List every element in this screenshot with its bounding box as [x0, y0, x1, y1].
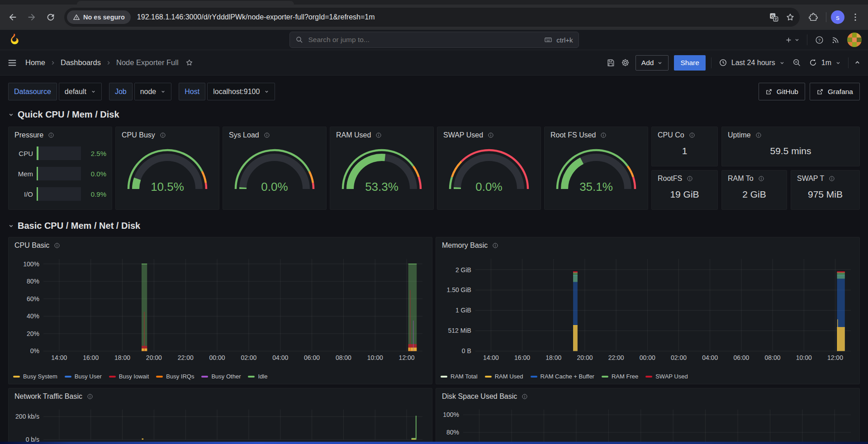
legend-item[interactable]: Busy Other: [201, 373, 241, 380]
news-rss-icon[interactable]: [831, 36, 840, 44]
legend-swatch: [109, 376, 116, 378]
search-input[interactable]: [308, 35, 540, 44]
legend-item[interactable]: RAM Cache + Buffer: [531, 373, 594, 380]
info-icon[interactable]: [755, 132, 762, 139]
browser-menu-button[interactable]: [847, 9, 863, 25]
panel-rootfs-total[interactable]: RootFS 19 GiB: [651, 170, 718, 210]
legend-label: RAM Free: [612, 373, 638, 380]
info-icon[interactable]: [487, 132, 494, 139]
panel-memory-basic[interactable]: 14:0016:0018:0020:0022:0000:0002:0004:00…: [436, 237, 860, 384]
section-quick-cpu-mem-disk[interactable]: Quick CPU / Mem / Disk: [8, 109, 860, 120]
legend-item[interactable]: RAM Free: [602, 373, 638, 380]
help-icon[interactable]: ?: [815, 35, 824, 45]
panel-sys-load[interactable]: Sys Load 0.0%: [223, 127, 327, 210]
legend-label: Busy Iowait: [119, 373, 149, 380]
legend-item[interactable]: Busy System: [13, 373, 57, 380]
info-icon[interactable]: [686, 175, 693, 182]
panel-network-traffic-basic[interactable]: 200 kb/s0 b/s Network Traffic Basic: [8, 388, 432, 444]
svg-text:?: ?: [818, 38, 821, 43]
save-icon[interactable]: [606, 58, 615, 67]
url-bar[interactable]: No es seguro 192.168.1.146:3000/d/rYdddl…: [64, 8, 800, 27]
panel-swap-used[interactable]: SWAP Used 0.0%: [437, 127, 541, 210]
svg-text:00:00: 00:00: [640, 354, 655, 361]
network-traffic-basic-chart: 200 kb/s0 b/s: [9, 388, 432, 444]
panel-pressure[interactable]: Pressure CPU 2.5% Mem 0.0% I/O 0.9%: [8, 127, 112, 210]
legend-item[interactable]: Busy IRQs: [156, 373, 194, 380]
pressure-row-io: I/O 0.9%: [11, 187, 106, 201]
legend-item[interactable]: Busy Iowait: [109, 373, 149, 380]
time-range-picker[interactable]: Last 24 hours: [717, 58, 787, 67]
panel-ram-used[interactable]: RAM Used 53.3%: [330, 127, 434, 210]
variable-value-dropdown[interactable]: localhost:9100: [207, 83, 275, 100]
new-button[interactable]: [785, 36, 800, 44]
svg-text:02:00: 02:00: [241, 354, 256, 361]
info-icon[interactable]: [263, 132, 270, 139]
stat-value: 975 MiB: [791, 183, 859, 209]
share-button[interactable]: Share: [674, 55, 705, 71]
panel-swap-total[interactable]: SWAP T 975 MiB: [791, 170, 860, 210]
info-icon[interactable]: [600, 132, 607, 139]
svg-text:0%: 0%: [30, 347, 39, 354]
pressure-bar: [37, 187, 81, 201]
info-icon[interactable]: [47, 132, 55, 139]
forward-button[interactable]: [24, 9, 40, 25]
mega-menu-icon[interactable]: [7, 58, 17, 68]
legend-label: RAM Total: [451, 373, 478, 380]
breadcrumb-home[interactable]: Home: [25, 58, 45, 67]
legend-item[interactable]: RAM Used: [485, 373, 523, 380]
refresh-picker[interactable]: 1m: [807, 58, 843, 67]
panel-root-fs-used[interactable]: Root FS Used 35.1%: [544, 127, 648, 210]
grafana-link-button[interactable]: Grafana: [810, 83, 860, 100]
security-chip[interactable]: No es seguro: [67, 10, 131, 24]
collapse-chevron-up-icon[interactable]: [854, 59, 861, 66]
panel-cpu-cores[interactable]: CPU Co 1: [651, 127, 718, 166]
svg-text:2 GiB: 2 GiB: [455, 266, 471, 274]
info-icon[interactable]: [159, 132, 166, 139]
zoom-out-icon[interactable]: [792, 58, 802, 67]
add-label: Add: [641, 59, 654, 67]
panel-disk-space-used-basic[interactable]: 100%80% Disk Space Used Basic: [436, 388, 860, 444]
svg-text:12:00: 12:00: [399, 354, 415, 361]
search-box[interactable]: ctrl+k: [289, 32, 579, 48]
section-basic-cpu-mem-net-disk[interactable]: Basic CPU / Mem / Net / Disk: [8, 220, 860, 231]
info-icon[interactable]: [375, 132, 382, 139]
panel-cpu-busy[interactable]: CPU Busy 10.5%: [115, 127, 219, 210]
back-button[interactable]: [5, 9, 21, 25]
section-title: Quick CPU / Mem / Disk: [18, 109, 119, 120]
forward-icon: [27, 12, 37, 22]
legend-item[interactable]: Busy User: [65, 373, 102, 380]
settings-gear-icon[interactable]: [621, 58, 630, 67]
panel-ram-total[interactable]: RAM To 2 GiB: [721, 170, 787, 210]
user-avatar[interactable]: [847, 33, 862, 47]
browser-profile-avatar[interactable]: s: [831, 10, 844, 24]
info-icon[interactable]: [828, 175, 835, 182]
breadcrumb-dashboards[interactable]: Dashboards: [61, 58, 101, 67]
pressure-value: 0.9%: [85, 190, 106, 198]
bookmark-star-icon[interactable]: [785, 12, 795, 22]
grafana-logo[interactable]: [8, 33, 21, 47]
active-tab[interactable]: [77, 1, 294, 5]
basic-row-2: 200 kb/s0 b/s Network Traffic Basic 100%…: [8, 388, 860, 444]
panel-uptime[interactable]: Uptime 59.5 mins: [721, 127, 860, 166]
variable-value-dropdown[interactable]: default: [59, 83, 102, 100]
url-text[interactable]: 192.168.1.146:3000/d/rYdddlPWk/node-expo…: [137, 13, 764, 21]
panel-title: Pressure: [14, 131, 43, 139]
svg-text:0.0%: 0.0%: [261, 180, 288, 194]
info-icon[interactable]: [688, 132, 696, 139]
add-button[interactable]: Add: [636, 55, 669, 71]
extensions-button[interactable]: [805, 9, 821, 25]
legend-item[interactable]: SWAP Used: [645, 373, 688, 380]
legend-item[interactable]: RAM Total: [441, 373, 478, 380]
reload-button[interactable]: [43, 9, 59, 25]
legend-item[interactable]: Idle: [248, 373, 267, 380]
svg-text:02:00: 02:00: [671, 354, 687, 361]
translate-icon[interactable]: G: [769, 12, 779, 22]
variable-value-dropdown[interactable]: node: [134, 83, 172, 100]
favorite-star-icon[interactable]: [185, 58, 194, 67]
tab-strip: [0, 0, 868, 5]
github-link-button[interactable]: GitHub: [759, 83, 805, 100]
memory-basic-legend: RAM TotalRAM UsedRAM Cache + BufferRAM F…: [441, 373, 688, 380]
info-icon[interactable]: [758, 175, 765, 182]
svg-text:1.50 GiB: 1.50 GiB: [446, 287, 471, 294]
panel-cpu-basic[interactable]: 14:0016:0018:0020:0022:0000:0002:0004:00…: [8, 237, 432, 384]
